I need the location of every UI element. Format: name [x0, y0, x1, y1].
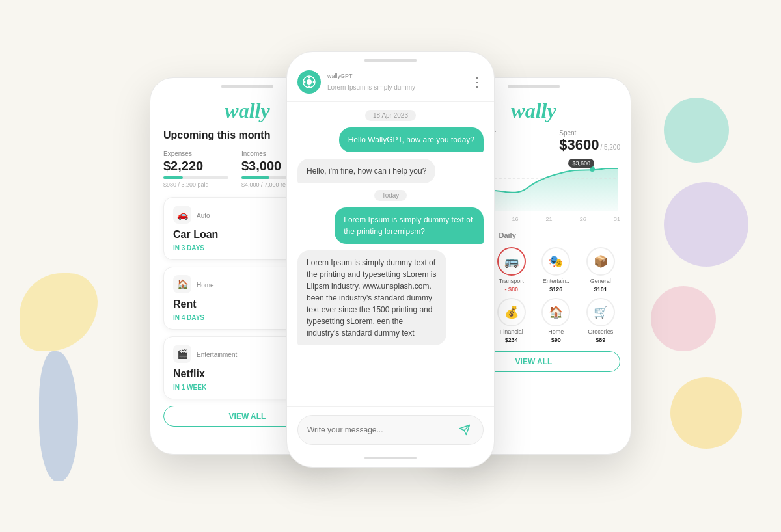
- blob-yellow: [20, 273, 98, 351]
- blob-teal: [664, 98, 729, 163]
- gpt-superscript: GPT: [340, 73, 353, 79]
- cat-amount: - $80: [504, 286, 518, 293]
- spent-label: Spent: [559, 129, 620, 137]
- cat-icon: 📦: [586, 247, 615, 276]
- category-item[interactable]: 🚌 Transport - $80: [492, 247, 532, 293]
- chat-input[interactable]: [307, 425, 449, 434]
- date-badge-1: 18 Apr 2023: [365, 110, 416, 121]
- cat-name: Groceries: [588, 328, 613, 335]
- cat-amount: $101: [594, 286, 607, 293]
- chat-subtitle: Lorem Ipsum is simply dummy: [327, 84, 415, 91]
- wally-text: wally: [327, 73, 340, 79]
- date-badge-2: Today: [374, 190, 407, 201]
- msg-recv-2: Lorem Ipsum is simply dummy text of the …: [297, 250, 446, 345]
- msg-recv-1: Hello, i'm fine, how can i help you?: [297, 159, 435, 183]
- blob-blue: [39, 351, 78, 481]
- spent-value: $3600: [559, 137, 599, 153]
- cat-amount: $234: [505, 337, 518, 343]
- svg-point-1: [307, 79, 312, 85]
- blob-purple: [664, 182, 748, 267]
- msg-sent-1: Hello WallyGPT, how are you today?: [339, 127, 484, 152]
- bill-icon: 🏠: [173, 275, 191, 293]
- chat-input-area: [287, 406, 494, 453]
- svg-point-3: [308, 86, 310, 88]
- bill-name: Rent: [173, 299, 197, 310]
- cat-name: Transport: [499, 278, 524, 284]
- chart-bubble: $3,600: [568, 159, 594, 168]
- blob-pink: [651, 286, 716, 351]
- chat-more-icon[interactable]: ⋮: [471, 74, 484, 90]
- chat-app-name: wallyGPT: [327, 73, 415, 84]
- category-item[interactable]: 🛒 Groceries $89: [581, 298, 621, 343]
- bill-name: Netflix: [173, 368, 205, 380]
- cat-name: General: [590, 278, 611, 284]
- spent-budget: Spent $3600 / 5,200: [559, 129, 620, 153]
- expenses-progress-fill: [163, 176, 183, 179]
- category-item[interactable]: 💰 Financial $234: [492, 298, 532, 343]
- cat-icon: 🎭: [541, 247, 570, 276]
- expenses-label: Expenses: [163, 150, 228, 157]
- chat-header: wallyGPT Lorem Ipsum is simply dummy ⋮: [287, 62, 494, 102]
- cat-name: Entertain..: [543, 278, 569, 284]
- phone-bottom-bar-center: [364, 457, 417, 459]
- spent-total: / 5,200: [600, 144, 620, 151]
- msg-sent-2: Lorem Ipsum is simply dummy text of the …: [335, 207, 484, 244]
- cat-icon: 💰: [497, 298, 526, 326]
- phone-center: wallyGPT Lorem Ipsum is simply dummy ⋮ 1…: [286, 51, 495, 468]
- svg-point-2: [308, 77, 310, 79]
- incomes-progress-fill: [241, 176, 269, 179]
- cat-icon: 🏠: [541, 298, 570, 326]
- bill-category: Auto: [197, 212, 210, 219]
- bill-category: Home: [197, 282, 214, 289]
- cat-name: Home: [548, 328, 564, 335]
- cat-amount: $126: [549, 286, 562, 293]
- cat-amount: $90: [551, 337, 561, 343]
- chat-messages: 18 Apr 2023 Hello WallyGPT, how are you …: [287, 102, 494, 406]
- chat-avatar: [297, 70, 321, 94]
- category-item[interactable]: 🎭 Entertain.. $126: [536, 247, 576, 293]
- send-icon[interactable]: [456, 421, 474, 439]
- expenses-sub: $980 / 3,200 paid: [163, 181, 228, 188]
- cat-name: Financial: [500, 328, 523, 335]
- category-item[interactable]: 📦 General $101: [581, 247, 621, 293]
- cat-icon: 🛒: [586, 298, 615, 326]
- expenses-progress-bar: [163, 176, 228, 179]
- center-phone-content: wallyGPT Lorem Ipsum is simply dummy ⋮ 1…: [287, 62, 494, 464]
- blob-yellow2: [670, 377, 742, 449]
- svg-point-5: [313, 81, 315, 83]
- bill-icon: 🎬: [173, 345, 191, 363]
- category-item[interactable]: 🏠 Home $90: [536, 298, 576, 343]
- expenses-stat: Expenses $2,220 $980 / 3,200 paid: [163, 150, 228, 188]
- cat-amount: $89: [596, 337, 605, 343]
- svg-point-4: [304, 81, 306, 83]
- cat-icon: 🚌: [497, 247, 526, 276]
- bill-name: Car Loan: [173, 229, 218, 241]
- bill-category: Entertainment: [197, 351, 237, 358]
- wally-logo-icon: [303, 75, 316, 88]
- chat-input-box: [297, 415, 484, 445]
- expenses-amount: $2,220: [163, 159, 228, 174]
- bill-icon: 🚗: [173, 206, 191, 224]
- chat-header-info: wallyGPT Lorem Ipsum is simply dummy: [327, 73, 415, 91]
- phones-container: wally Upcoming this month Expenses $2,22…: [137, 45, 644, 487]
